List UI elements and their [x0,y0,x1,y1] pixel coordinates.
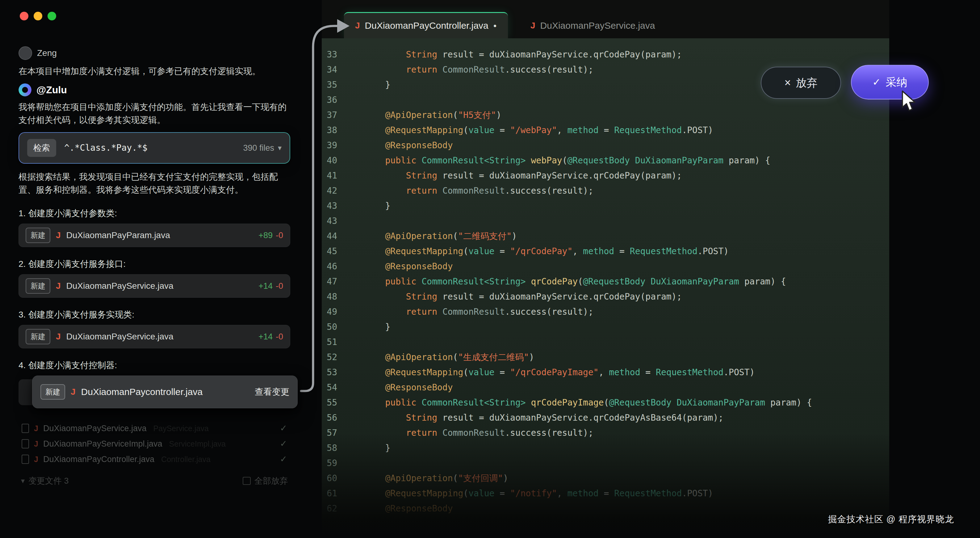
discard-all-label: 全部放弃 [255,474,288,487]
code-line: 43 } [322,198,889,213]
reject-label: 放弃 [796,76,818,90]
changed-file-row[interactable]: J DuXiaomanPayServiceImpl.java ServiceIm… [19,436,290,452]
code-text [337,92,369,107]
check-icon[interactable]: ✓ [280,453,287,466]
code-line: 42 return CommonResult.success(result); [322,183,889,198]
diff-removed: -0 [276,280,283,293]
line-number: 47 [322,274,337,289]
close-window-button[interactable] [20,12,29,21]
code-line: 46 @ResponseBody [322,259,889,274]
assistant-intro: 我将帮助您在项目中添加度小满支付的功能。首先让我查看一下现有的支付相关代码，以便… [19,101,290,127]
code-line: 60 @ApiOperation("支付回调") [322,471,889,486]
new-file-card-elevated[interactable]: 新建 J DuXiaomanPaycontroller.java 查看变更 [32,376,298,408]
code-line: 57 return CommonResult.success(result); [322,425,889,440]
tab-duxiaomanpayservice[interactable]: J DuXiaomanPayService.java [519,13,666,38]
code-line: 61 @RequestMapping(value = "/notify", me… [322,486,889,501]
code-line: 51 [322,334,889,350]
file-name: DuXiaomanPayService.java [66,330,173,343]
document-icon [22,424,29,433]
diff-added: +14 [258,280,273,293]
changed-file-row[interactable]: J DuXiaomanPayService.java PayService.ja… [19,421,290,436]
search-result-count[interactable]: 390 files ▾ [243,142,282,154]
step-title: 1. 创建度小满支付参数类: [19,207,290,220]
code-text: @ResponseBody [337,138,453,153]
accept-button[interactable]: ✓ 采纳 [851,65,929,99]
code-editor[interactable]: 33 String result = duXiaomanPayService.q… [322,38,889,538]
java-file-icon: J [34,422,38,435]
view-changes-button[interactable]: 查看变更 [255,385,289,398]
traffic-lights [20,12,56,21]
modified-dot-icon: ● [493,22,497,29]
assistant-row: @Zulu [19,83,290,96]
user-avatar [19,46,32,60]
code-text: } [337,198,390,213]
chevron-down-icon: ▾ [21,474,25,487]
code-text: } [337,319,390,334]
minimize-window-button[interactable] [33,12,42,21]
result-count-text: 390 files [243,142,274,154]
line-number: 58 [322,440,337,455]
ghost-text: PayService.java [153,422,209,435]
line-number: 60 [322,471,337,486]
changed-file-row[interactable]: J DuXiaomanPayController.java Controller… [19,452,290,467]
check-icon: ✓ [873,76,881,88]
search-label-chip[interactable]: 检索 [27,139,56,157]
new-file-card[interactable]: 新建 J DuXiaomanPayService.java +14 -0 [19,274,290,298]
code-text: @RequestMapping(value = "/qrCodePayImage… [337,365,755,380]
code-text: @ApiOperation("H5支付") [337,107,501,123]
code-text: @RequestMapping(value = "/notify", metho… [337,486,713,501]
search-card[interactable]: 检索 ^.*Class.*Pay.*$ 390 files ▾ [19,132,290,164]
line-number: 33 [322,47,337,62]
reject-button[interactable]: × 放弃 [761,67,841,99]
line-number: 46 [322,259,337,274]
line-number: 34 [322,62,337,77]
code-line: 53 @RequestMapping(value = "/qrCodePayIm… [322,365,889,380]
check-icon[interactable]: ✓ [280,422,287,435]
elevated-card-wrap: 新建 J DuXiaomanPaycontroller.java 查看变更 [19,376,290,410]
code-text: String result = duXiaomanPayService.qrCo… [337,289,682,304]
code-text: public CommonResult<String> webPay(@Requ… [337,153,770,168]
step-2: 2. 创建度小满支付服务接口: 新建 J DuXiaomanPayService… [19,258,290,298]
discard-all-button[interactable]: 全部放弃 [243,474,288,487]
tab-duxiaomanpaycontroller[interactable]: J DuXiaomanPayController.java ● [344,12,508,38]
code-line: 44 @ApiOperation("二维码支付") [322,229,889,244]
diff-stats: +14 -0 [258,280,283,293]
watermark: 掘金技术社区 @ 程序视界晓龙 [828,513,954,526]
line-number: 40 [322,153,337,168]
code-text: @ApiOperation("生成支付二维码") [337,350,534,365]
code-line: 48 String result = duXiaomanPayService.q… [322,289,889,304]
code-text: @ResponseBody [337,259,453,274]
new-badge: 新建 [25,329,50,344]
line-number: 38 [322,123,337,138]
accept-label: 采纳 [886,75,907,89]
code-line: 50 } [322,319,889,334]
line-number: 52 [322,350,337,365]
line-number: 36 [322,92,337,107]
zoom-window-button[interactable] [48,12,56,21]
line-number: 49 [322,304,337,319]
code-line: 47 public CommonResult<String> qrCodePay… [322,274,889,289]
code-text: @ApiOperation("二维码支付") [337,229,517,244]
user-row: Zeng [19,46,290,60]
code-line: 39 @ResponseBody [322,138,889,153]
new-file-card[interactable]: 新建 J DuXiaomanPayService.java +14 -0 [19,325,290,349]
document-icon [22,439,29,449]
code-line: 40 public CommonResult<String> webPay(@R… [322,153,889,168]
code-text: return CommonResult.success(result); [337,62,593,77]
code-line: 43 [322,213,889,229]
code-text: return CommonResult.success(result); [337,183,593,198]
java-file-icon: J [34,437,38,450]
line-number: 57 [322,425,337,440]
code-text: @RequestMapping(value = "/qrCodePay", me… [337,244,729,259]
code-line: 45 @RequestMapping(value = "/qrCodePay",… [322,244,889,259]
code-line: 37 @ApiOperation("H5支付") [322,107,889,123]
new-file-card[interactable]: 新建 J DuXiaomanPayParam.java +89 -0 [19,224,290,247]
changed-files-toggle[interactable]: ▾ 变更文件 3 [21,474,69,487]
chevron-down-icon: ▾ [278,142,282,154]
step-title: 2. 创建度小满支付服务接口: [19,258,290,271]
check-icon[interactable]: ✓ [280,437,287,450]
new-badge: 新建 [25,278,50,294]
line-number: 37 [322,107,337,123]
step-title: 4. 创建度小满支付控制器: [19,359,290,372]
line-number: 62 [322,501,337,516]
